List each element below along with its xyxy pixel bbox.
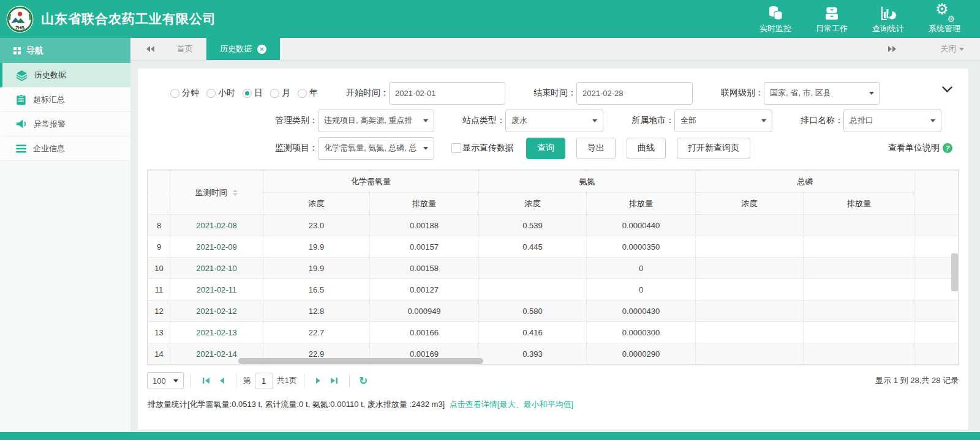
tabs-scroll-left-icon[interactable] bbox=[145, 45, 155, 53]
collapse-filter-chevron-icon[interactable] bbox=[942, 84, 952, 95]
tabs-scroll-right-icon[interactable] bbox=[888, 45, 897, 53]
sub-header-concentration: 浓度 bbox=[479, 193, 587, 215]
value-cell bbox=[696, 258, 804, 279]
row-index: 14 bbox=[148, 343, 170, 365]
site-type-select[interactable]: 废水 bbox=[505, 110, 603, 132]
last-page-icon[interactable] bbox=[330, 377, 338, 384]
value-cell bbox=[696, 279, 804, 300]
granularity-radio[interactable]: 小时 bbox=[206, 88, 235, 99]
value-cell: 0.445 bbox=[479, 236, 587, 258]
sidebar-items: 历史数据 超标汇总 异常报警 企业信息 bbox=[0, 63, 130, 161]
end-time-input[interactable]: 2021-02-28 bbox=[576, 82, 693, 105]
query-button[interactable]: 查询 bbox=[526, 138, 565, 159]
radio-label: 月 bbox=[282, 88, 290, 99]
refresh-icon[interactable]: ↻ bbox=[359, 375, 368, 387]
radio-icon bbox=[206, 89, 216, 98]
value-cell: 0.580 bbox=[479, 300, 587, 322]
sidebar-item[interactable]: 企业信息 bbox=[0, 136, 130, 161]
granularity-radio[interactable]: 日 bbox=[243, 88, 263, 99]
table-header: 监测时间 化学需氧量 氨氮 总磷 浓度 排放量 浓度 排放 bbox=[148, 171, 959, 215]
table-row: 82021-02-0823.00.001880.5390.0000440 bbox=[148, 215, 959, 236]
first-page-icon[interactable] bbox=[202, 377, 210, 384]
network-level-label: 联网级别： bbox=[710, 88, 764, 99]
new-query-page-button[interactable]: 打开新查询页 bbox=[677, 138, 750, 159]
horizontal-scrollbar[interactable] bbox=[238, 358, 483, 364]
group-header-ammonia: 氨氮 bbox=[479, 171, 696, 193]
value-cell: 0.0000440 bbox=[587, 215, 696, 236]
value-cell: 0.00157 bbox=[370, 236, 479, 258]
granularity-radio[interactable]: 月 bbox=[270, 88, 290, 99]
value-cell bbox=[696, 300, 804, 322]
chevron-down-icon bbox=[173, 379, 178, 382]
granularity-radio[interactable]: 年 bbox=[298, 88, 318, 99]
top-nav: 实时监控 日常工作 查询统计⚙⚙系统管理 bbox=[758, 4, 962, 34]
monitor-date-link[interactable]: 2021-02-10 bbox=[170, 258, 263, 279]
monitor-date-link[interactable]: 2021-02-11 bbox=[170, 279, 263, 300]
tab-close-icon[interactable]: ✕ bbox=[257, 45, 266, 54]
start-time-input[interactable]: 2021-02-01 bbox=[389, 82, 505, 105]
top-nav-item[interactable]: 查询统计 bbox=[871, 4, 905, 34]
value-cell bbox=[696, 343, 804, 365]
page-size-select[interactable]: 100 bbox=[147, 372, 184, 389]
network-level-select[interactable]: 国家, 省, 市, 区县 bbox=[764, 82, 880, 105]
value-cell: 0.000949 bbox=[370, 300, 479, 322]
outlet-select[interactable]: 总排口 bbox=[843, 110, 941, 132]
sidebar-item[interactable]: 超标汇总 bbox=[0, 88, 130, 112]
unit-help-link[interactable]: 查看单位说明 ? bbox=[888, 143, 959, 154]
monitor-date-link[interactable]: 2021-02-12 bbox=[170, 300, 263, 322]
view-detail-link[interactable]: 点击查看详情[最大、最小和平均值] bbox=[450, 400, 573, 409]
records-info: 显示 1 到 28,共 28 记录 bbox=[875, 375, 959, 386]
granularity-radio[interactable]: 分钟 bbox=[170, 88, 199, 99]
value-cell: 23.0 bbox=[263, 215, 370, 236]
sidebar-item[interactable]: 异常报警 bbox=[0, 112, 130, 136]
database-icon bbox=[767, 4, 784, 21]
value-cell: 0.0000290 bbox=[587, 343, 696, 365]
prev-page-icon[interactable] bbox=[219, 377, 225, 384]
radio-label: 日 bbox=[254, 88, 263, 99]
value-cell bbox=[804, 300, 915, 322]
radio-label: 小时 bbox=[218, 88, 235, 99]
value-cell bbox=[804, 343, 915, 365]
value-cell: 12.8 bbox=[263, 300, 370, 322]
sidebar-item-label: 超标汇总 bbox=[33, 94, 65, 105]
city-select[interactable]: 全部 bbox=[674, 110, 772, 132]
city-label: 所属地市： bbox=[620, 115, 674, 126]
radio-icon bbox=[270, 89, 279, 98]
time-column-header[interactable]: 监测时间 bbox=[170, 171, 263, 215]
value-cell bbox=[804, 258, 915, 279]
close-tabs-menu[interactable]: 关闭 bbox=[940, 43, 964, 54]
monitor-date-link[interactable]: 2021-02-13 bbox=[170, 322, 263, 343]
sub-header-emission: 排放量 bbox=[370, 193, 479, 215]
value-cell bbox=[479, 258, 587, 279]
top-nav-item[interactable]: 日常工作 bbox=[815, 4, 849, 34]
monitor-item-select[interactable]: 化学需氧量, 氨氮, 总磷, 总 bbox=[318, 137, 434, 160]
value-cell bbox=[804, 236, 915, 258]
sidebar-item-label: 企业信息 bbox=[33, 143, 65, 154]
group-header-phosphorus: 总磷 bbox=[696, 171, 915, 193]
next-page-icon[interactable] bbox=[315, 377, 322, 384]
manage-type-select[interactable]: 违规项目, 高架源, 重点排 bbox=[318, 110, 434, 132]
page-number-input[interactable] bbox=[255, 373, 273, 389]
top-nav-item[interactable]: ⚙⚙系统管理 bbox=[927, 4, 962, 34]
export-button[interactable]: 导出 bbox=[576, 138, 616, 159]
checkbox-icon bbox=[451, 143, 461, 153]
chevron-down-icon bbox=[423, 147, 428, 150]
sidebar-item[interactable]: 历史数据 bbox=[0, 63, 130, 88]
value-cell: 0.00158 bbox=[370, 258, 479, 279]
top-nav-label: 系统管理 bbox=[929, 23, 960, 34]
top-header: ZHB 山东省联合农药工业有限公司 实时监控 日常工作 查询统计⚙⚙系统管理 bbox=[0, 0, 980, 38]
tab-history-data[interactable]: 历史数据 ✕ bbox=[206, 38, 280, 60]
top-nav-item[interactable]: 实时监控 bbox=[758, 4, 793, 34]
value-cell: 0.0000350 bbox=[587, 236, 696, 258]
value-cell: 0.00188 bbox=[370, 215, 479, 236]
manage-type-label: 管理类别： bbox=[148, 115, 318, 126]
vertical-scrollbar[interactable] bbox=[951, 253, 958, 291]
monitor-date-link[interactable]: 2021-02-09 bbox=[170, 236, 263, 258]
filter-form: 分钟小时日月年 开始时间： 2021-02-01 结束时间： 2021-02-2… bbox=[138, 69, 968, 160]
curve-button[interactable]: 曲线 bbox=[627, 138, 666, 159]
tab-home[interactable]: 首页 bbox=[164, 38, 206, 60]
chevron-down-icon bbox=[869, 92, 874, 95]
partial-cell bbox=[915, 215, 959, 236]
direct-data-checkbox[interactable]: 显示直传数据 bbox=[451, 143, 514, 154]
monitor-date-link[interactable]: 2021-02-08 bbox=[170, 215, 263, 236]
